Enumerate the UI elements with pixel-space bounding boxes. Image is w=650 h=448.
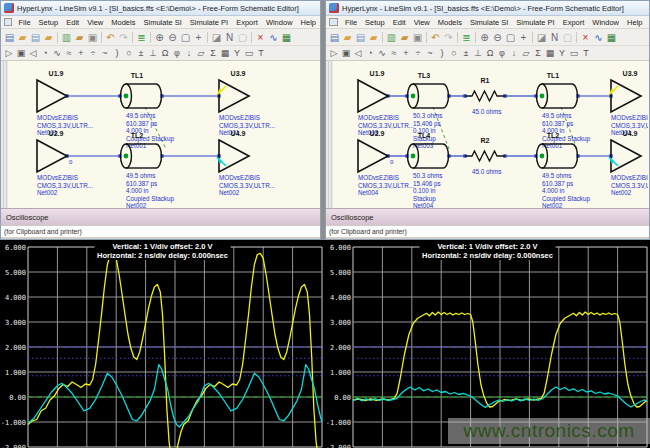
add-text-icon[interactable]: T — [255, 47, 267, 60]
zoom-out-icon[interactable]: ⊖ — [491, 31, 504, 44]
zoom-in-icon[interactable]: ⊕ — [478, 31, 491, 44]
transmission-line-TL2[interactable]: TL249.5 ohms610.387 ps4.000 inCoupled St… — [121, 132, 175, 208]
add-stackup-line-icon[interactable]: ▦ — [544, 47, 556, 60]
add-label-box-icon[interactable]: ▭ — [243, 47, 255, 60]
transmission-line-TL4[interactable]: TL450.3 ohms15.406 ps0.100 inStackupNet0… — [408, 132, 449, 208]
menu-simulate-si[interactable]: Simulate SI — [139, 18, 185, 27]
add-junction-icon[interactable]: + — [400, 47, 412, 60]
add-bend-icon[interactable]: ) — [436, 47, 448, 60]
bom-report-icon[interactable]: ◪ — [535, 31, 548, 44]
ic-buffer-U2.9[interactable]: U2.9MODvsEZIBISCMOS,3.3V,ULTR...Net0020 — [37, 130, 93, 196]
transmission-line-TL1[interactable]: TL149.5 ohms610.387 ps4.000 inCoupled St… — [537, 72, 591, 149]
menu-edit[interactable]: Edit — [389, 18, 410, 27]
redo-icon[interactable]: ↷ — [442, 31, 455, 44]
crosstalk-wizard-icon[interactable]: × — [579, 31, 592, 44]
menu-window[interactable]: Window — [588, 18, 623, 27]
buffer-symbol[interactable] — [219, 140, 249, 172]
add-terminator-icon[interactable]: ± — [135, 47, 147, 60]
transmission-line-TL1[interactable]: TL149.5 ohms610.387 ps4.000 inCoupled St… — [121, 72, 175, 149]
ibis-editor-icon[interactable]: ▦ — [280, 31, 293, 44]
export-folder-icon[interactable]: ▰ — [73, 31, 86, 44]
menu-export[interactable]: Export — [559, 18, 589, 27]
add-stackup-line-icon[interactable]: ▦ — [219, 47, 231, 60]
add-probe-icon[interactable]: ↓ — [183, 47, 195, 60]
ic-buffer-U3.9[interactable]: U3.9MODvsEZIBISCMOS,3.3V,ULTR...Net001 — [608, 70, 648, 136]
add-probe-icon[interactable]: ↓ — [508, 47, 520, 60]
open-recent-icon[interactable]: ▰ — [42, 31, 55, 44]
menu-models[interactable]: Models — [434, 18, 466, 27]
buffer-symbol[interactable] — [219, 80, 249, 112]
new-sheet-icon[interactable]: ▢ — [561, 31, 574, 44]
add-arc-wire-icon[interactable]: ~ — [99, 47, 111, 60]
import-icon[interactable]: ▥ — [60, 31, 73, 44]
add-ground-icon[interactable]: ⊥ — [472, 47, 484, 60]
edit-stackup-icon[interactable]: ≣ — [460, 31, 473, 44]
ic-buffer-U1.9[interactable]: U1.9MODvsEZIBISCMOS,3.3V,ULTR...Net003 — [358, 70, 414, 136]
menu-help[interactable]: Help — [297, 18, 320, 27]
menu-setup[interactable]: Setup — [361, 18, 389, 27]
add-via-icon[interactable]: ÷ — [87, 47, 99, 60]
add-waveform-source-icon[interactable]: ∿ — [376, 47, 388, 60]
menu-simulate-si[interactable]: Simulate SI — [466, 18, 512, 27]
run-simulation-icon[interactable]: ▷ — [328, 47, 340, 60]
attach-oscilloscope-icon[interactable]: ∿ — [267, 31, 280, 44]
add-ic-buffer-icon[interactable]: ◁ — [352, 47, 364, 60]
resistor-R1[interactable]: R145.0 ohms — [465, 77, 505, 115]
open-recent-icon[interactable]: ▰ — [367, 31, 380, 44]
oscilloscope-pane-header[interactable]: Oscilloscope — [326, 208, 649, 225]
add-arc-wire-icon[interactable]: ~ — [424, 47, 436, 60]
ibis-editor-icon[interactable]: ▦ — [605, 31, 618, 44]
add-sum-node-icon[interactable]: Σ — [532, 47, 544, 60]
ic-buffer-U1.9[interactable]: U1.9MODvsEZIBISCMOS,3.3V,ULTR...Net001 — [37, 70, 93, 136]
menu-edit[interactable]: Edit — [62, 18, 83, 27]
menu-help[interactable]: Help — [623, 18, 646, 27]
pane-splitter[interactable] — [1, 61, 8, 208]
open-schematic-icon[interactable]: ▰ — [341, 31, 354, 44]
menu-window[interactable]: Window — [262, 18, 297, 27]
add-resistor-icon[interactable]: Ω — [484, 47, 496, 60]
menu-file[interactable]: File — [15, 18, 35, 27]
menu-models[interactable]: Models — [107, 18, 139, 27]
crosstalk-wizard-icon[interactable]: × — [254, 31, 267, 44]
undo-icon[interactable]: ↶ — [104, 31, 117, 44]
add-capacitor-icon[interactable]: φ — [171, 47, 183, 60]
netlist-icon[interactable]: N — [548, 31, 561, 44]
zoom-fit-icon[interactable]: ▢ — [179, 31, 192, 44]
save-icon[interactable]: ▤ — [354, 31, 367, 44]
add-terminator-icon[interactable]: ± — [460, 47, 472, 60]
select-tool-icon[interactable]: ▣ — [15, 47, 27, 60]
buffer-symbol[interactable] — [358, 80, 388, 112]
document-system-icon[interactable] — [329, 18, 338, 26]
add-resistor-icon[interactable]: Ω — [159, 47, 171, 60]
bom-report-icon[interactable]: ◪ — [210, 31, 223, 44]
add-text-icon[interactable]: T — [580, 47, 592, 60]
oscilloscope-pane-header[interactable]: Oscilloscope — [1, 208, 320, 225]
add-waveform-source-icon[interactable]: ∿ — [51, 47, 63, 60]
new-sheet-icon[interactable]: ▢ — [236, 31, 249, 44]
ic-buffer-U4.9[interactable]: U4.9MODvsEZIBISCMOS,3.3V,ULTR...Net002 — [216, 130, 275, 196]
add-package-icon[interactable]: ▱ — [195, 47, 207, 60]
add-y-junction-icon[interactable]: Y — [231, 47, 243, 60]
print-icon[interactable]: ▣ — [411, 31, 424, 44]
select-tool-icon[interactable]: ▣ — [340, 47, 352, 60]
buffer-symbol[interactable] — [611, 140, 641, 172]
netlist-icon[interactable]: N — [223, 31, 236, 44]
menu-simulate-pi[interactable]: Simulate PI — [512, 18, 558, 27]
transmission-line-TL2[interactable]: TL249.5 ohms610.387 ps4.000 inCoupled St… — [537, 132, 591, 208]
add-via-icon[interactable]: ÷ — [412, 47, 424, 60]
add-ic-buffer-icon[interactable]: ◁ — [27, 47, 39, 60]
add-coupled-line-icon[interactable]: ≈ — [388, 47, 400, 60]
add-package-icon[interactable]: ▱ — [520, 47, 532, 60]
menu-view[interactable]: View — [410, 18, 434, 27]
menu-view[interactable]: View — [83, 18, 107, 27]
add-y-junction-icon[interactable]: Y — [556, 47, 568, 60]
menu-export[interactable]: Export — [232, 18, 262, 27]
export-folder-icon[interactable]: ▰ — [398, 31, 411, 44]
add-sum-node-icon[interactable]: Σ — [207, 47, 219, 60]
add-clock-icon[interactable]: ◔ — [39, 47, 51, 60]
new-schematic-icon[interactable]: ▤ — [3, 31, 16, 44]
undo-icon[interactable]: ↶ — [429, 31, 442, 44]
resistor-R2[interactable]: R245.0 ohms — [465, 137, 505, 175]
resistor-symbol[interactable] — [465, 151, 505, 161]
redo-icon[interactable]: ↷ — [117, 31, 130, 44]
